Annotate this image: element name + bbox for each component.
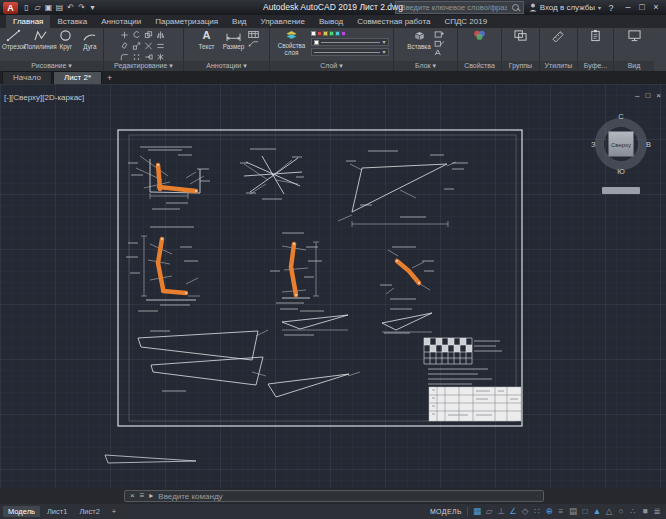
edit-block-icon[interactable] xyxy=(434,40,445,47)
viewcube-north-label[interactable]: С xyxy=(618,112,623,121)
ribbon-tab[interactable]: Совместная работа xyxy=(350,15,437,28)
layer-color-chip[interactable] xyxy=(341,31,346,36)
undo-icon[interactable]: ↶ xyxy=(65,1,76,14)
ribbon-tab[interactable]: СПДС 2019 xyxy=(437,15,494,28)
layer-dropdown[interactable]: ▾ xyxy=(311,38,389,46)
viewport-label[interactable]: [-][Сверху][2D-каркас] xyxy=(4,93,84,102)
panel-label-layers[interactable]: Слой ▾ xyxy=(270,61,393,71)
redo-icon[interactable]: ↷ xyxy=(76,1,87,14)
block-attributes-icon[interactable] xyxy=(434,49,445,56)
model-space-toggle[interactable]: МОДЕЛЬ xyxy=(430,508,462,515)
save-icon[interactable]: ▣ xyxy=(43,1,54,14)
fillet-icon[interactable] xyxy=(120,53,129,61)
arc-tool-button[interactable]: Дуга xyxy=(79,29,101,50)
paste-button[interactable] xyxy=(583,29,608,42)
ortho-icon[interactable]: ⊥ xyxy=(495,504,507,519)
grid-icon[interactable]: ▦ xyxy=(471,504,483,519)
minimize-button[interactable]: – xyxy=(621,0,635,15)
command-prompt-text[interactable]: Введите команду xyxy=(158,492,222,501)
table-icon[interactable] xyxy=(248,31,259,38)
ribbon-tab[interactable]: Управление xyxy=(254,15,312,28)
file-tab-start[interactable]: Начало xyxy=(2,71,52,84)
dimension-tool-button[interactable]: Размер xyxy=(221,29,246,50)
polar-tracking-icon[interactable]: ∠ xyxy=(507,504,519,519)
snap-mode-icon[interactable]: ▱ xyxy=(483,504,495,519)
command-line[interactable]: × ≡ ▸ Введите команду xyxy=(124,490,544,502)
layout-tab-model[interactable]: Модель xyxy=(3,506,40,517)
properties-button[interactable] xyxy=(467,29,492,42)
viewcube-wcs-menu[interactable] xyxy=(602,187,640,194)
line-tool-button[interactable]: Отрезок xyxy=(2,29,26,50)
workspace-icon[interactable]: ○ xyxy=(615,504,627,519)
layer-color-chip[interactable] xyxy=(335,31,340,36)
ribbon-tab[interactable]: Главная xyxy=(6,15,50,28)
viewport-minimize-icon[interactable]: – xyxy=(635,91,639,100)
layout-tab-list2[interactable]: Лист2 xyxy=(74,506,104,517)
command-close-icon[interactable]: × xyxy=(130,492,135,500)
transparency-icon[interactable]: ▤ xyxy=(567,504,579,519)
copy-icon[interactable] xyxy=(144,31,153,39)
qat-menu-icon[interactable]: ▾ xyxy=(87,1,98,14)
circle-tool-button[interactable]: Круг xyxy=(55,29,77,50)
array-icon[interactable] xyxy=(132,53,141,61)
utilities-button[interactable] xyxy=(546,29,571,42)
new-layout-button[interactable]: + xyxy=(107,506,121,517)
app-menu-button[interactable]: A xyxy=(3,2,18,14)
scale-icon[interactable] xyxy=(132,42,141,50)
open-file-icon[interactable]: ▱ xyxy=(32,1,43,14)
plot-icon[interactable]: ▤ xyxy=(54,1,65,14)
polyline-tool-button[interactable]: Полилиния xyxy=(28,29,53,50)
ribbon-tab[interactable]: Вид xyxy=(225,15,253,28)
trim-icon[interactable] xyxy=(144,42,153,50)
command-customize-icon[interactable]: ≡ xyxy=(140,492,145,500)
panel-label-view[interactable]: Вид xyxy=(614,61,654,71)
lineweight-icon[interactable]: ≡ xyxy=(555,504,567,519)
panel-label-groups[interactable]: Группы xyxy=(502,61,539,71)
object-snap-icon[interactable]: ⊕ xyxy=(543,504,555,519)
viewcube-compass-ring[interactable]: С Ю З В Сверху xyxy=(591,114,651,174)
customization-icon[interactable]: ≣ xyxy=(651,504,663,519)
viewcube-south-label[interactable]: Ю xyxy=(617,167,625,176)
create-block-icon[interactable] xyxy=(434,31,445,38)
ribbon-tab[interactable]: Вставка xyxy=(50,15,94,28)
layer-state-dropdown[interactable]: ▾ xyxy=(311,48,389,56)
clean-screen-icon[interactable]: ■ xyxy=(639,504,651,519)
selection-cycling-icon[interactable]: □ xyxy=(579,504,591,519)
close-button[interactable]: × xyxy=(649,0,663,15)
signin-button[interactable]: Вход в службы ▾ xyxy=(529,3,601,12)
layer-color-chip[interactable] xyxy=(317,31,322,36)
ribbon-tab[interactable]: Вывод xyxy=(312,15,350,28)
viewport-restore-icon[interactable]: □ xyxy=(645,91,650,100)
mirror-icon[interactable] xyxy=(156,31,165,39)
annotation-visibility-icon[interactable]: ▲ xyxy=(591,504,603,519)
panel-label-modify[interactable]: Редактирование ▾ xyxy=(104,61,183,71)
move-icon[interactable] xyxy=(120,31,129,39)
drawing-canvas[interactable]: [-][Сверху][2D-каркас] – □ × С Ю З В Све… xyxy=(0,84,666,488)
panel-label-block[interactable]: Блок ▾ xyxy=(394,61,457,71)
search-input[interactable] xyxy=(399,2,509,13)
maximize-button[interactable]: □ xyxy=(635,0,649,15)
autoscale-icon[interactable]: △ xyxy=(603,504,615,519)
view-button[interactable] xyxy=(622,29,647,42)
isometric-drafting-icon[interactable]: ◇ xyxy=(519,504,531,519)
new-file-icon[interactable]: ▯ xyxy=(21,1,32,14)
text-tool-button[interactable]: A Текст xyxy=(194,29,219,50)
search-icon[interactable] xyxy=(512,4,520,12)
insert-block-button[interactable]: Вставка xyxy=(407,29,432,50)
stretch-icon[interactable] xyxy=(144,53,153,61)
ribbon-tab[interactable]: Параметризация xyxy=(148,15,225,28)
file-tab-list2[interactable]: Лист 2* xyxy=(53,71,102,84)
viewport-close-icon[interactable]: × xyxy=(656,91,661,100)
viewcube-top-face[interactable]: Сверху xyxy=(609,132,634,157)
new-drawing-button[interactable]: + xyxy=(103,72,116,84)
erase-icon[interactable] xyxy=(120,42,129,50)
panel-label-annotation[interactable]: Аннотации ▾ xyxy=(184,61,269,71)
layout-tab-list1[interactable]: Лист1 xyxy=(42,506,72,517)
viewcube[interactable]: С Ю З В Сверху xyxy=(588,114,654,194)
layer-color-chip[interactable] xyxy=(323,31,328,36)
layer-color-chip[interactable] xyxy=(329,31,334,36)
layer-properties-button[interactable]: Свойства слоя xyxy=(275,29,309,56)
layer-color-chip[interactable] xyxy=(311,31,316,36)
object-snap-tracking-icon[interactable]: ∷ xyxy=(531,504,543,519)
panel-label-properties[interactable]: Свойства xyxy=(458,61,501,71)
